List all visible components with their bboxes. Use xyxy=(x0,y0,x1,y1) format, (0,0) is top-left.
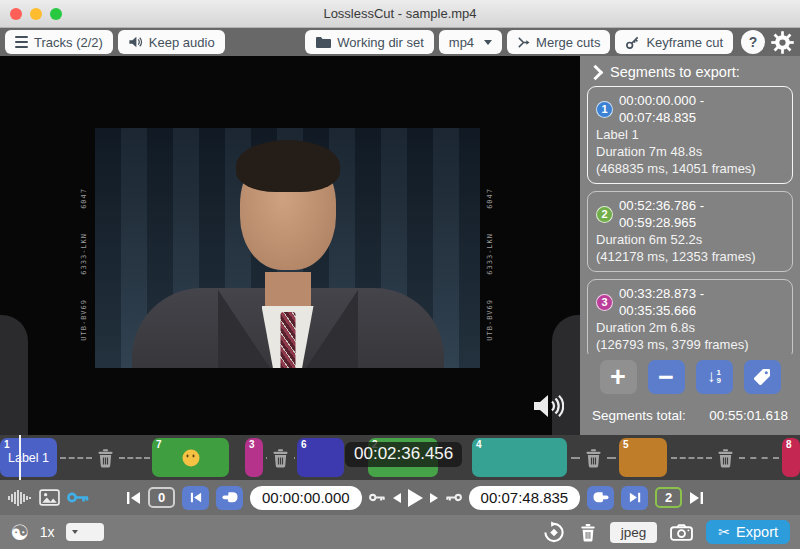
label-segment-button[interactable] xyxy=(744,360,781,394)
speaker-icon xyxy=(128,35,143,49)
suit-lapel xyxy=(306,290,358,368)
segment-times-row: 200:52:36.786 - 00:59:28.965 xyxy=(596,197,784,231)
film-mark-text: 6333-LKN xyxy=(486,233,494,275)
key-right-icon[interactable] xyxy=(445,492,462,503)
cut-end-time-field[interactable]: 00:07:48.835 xyxy=(469,486,581,510)
play-icon[interactable] xyxy=(408,489,423,507)
current-time-overlay: 00:02:36.456 xyxy=(345,442,462,467)
help-button[interactable]: ? xyxy=(741,30,765,54)
folder-icon xyxy=(315,36,331,49)
key-left-icon[interactable] xyxy=(369,492,386,503)
settings-gear-icon[interactable] xyxy=(770,30,795,55)
rotate-icon[interactable] xyxy=(542,521,566,544)
video-player[interactable]: 60476333-LKNUTB-BV69 60476333-LKNUTB-BV6… xyxy=(0,56,580,435)
speaker-tie xyxy=(280,312,295,368)
speed-dropdown[interactable] xyxy=(66,523,104,541)
tracks-icon xyxy=(15,36,28,48)
trash-icon[interactable] xyxy=(584,448,603,468)
main-area: 60476333-LKNUTB-BV69 60476333-LKNUTB-BV6… xyxy=(0,56,800,435)
set-cut-start-button[interactable] xyxy=(216,486,243,510)
timeline-segment[interactable]: 6 xyxy=(297,438,344,477)
segments-panel-header[interactable]: Segments to export: xyxy=(580,63,800,86)
segment-card[interactable]: 100:00:00.000 - 00:07:48.835Label 1Durat… xyxy=(587,86,793,184)
window-title: LosslessCut - sample.mp4 xyxy=(323,6,476,21)
camera-icon[interactable] xyxy=(670,524,693,541)
sort-segments-button[interactable]: ↓19 xyxy=(696,360,733,394)
timeline-gap xyxy=(671,435,779,480)
sort-numeric-icon: ↓19 xyxy=(707,367,721,387)
timeline-segment-number: 5 xyxy=(623,439,629,450)
timeline-segment[interactable]: 5 xyxy=(619,438,667,477)
remove-segment-button[interactable]: − xyxy=(648,360,685,394)
segment-number-badge: 2 xyxy=(596,206,613,223)
merge-cuts-button[interactable]: Merge cuts xyxy=(507,30,610,54)
working-dir-button[interactable]: Working dir set xyxy=(305,30,433,54)
keyframe-cut-button[interactable]: Keyframe cut xyxy=(615,30,733,54)
segments-total-value: 00:55:01.618 xyxy=(709,408,788,423)
cut-start-time-field[interactable]: 00:00:00.000 xyxy=(250,486,362,510)
set-cut-end-button[interactable] xyxy=(587,486,614,510)
timeline-gap xyxy=(571,435,616,480)
trash-icon[interactable] xyxy=(716,448,735,468)
thumbnails-icon[interactable] xyxy=(39,489,60,506)
segment-duration: Duration 7m 48.8s xyxy=(596,143,784,160)
timeline-segment[interactable]: 8 xyxy=(782,438,800,477)
minimize-window-button[interactable] xyxy=(30,8,42,20)
hand-point-left-icon xyxy=(222,491,238,504)
trash-icon[interactable] xyxy=(271,448,290,468)
zoom-window-button[interactable] xyxy=(50,8,62,20)
export-button[interactable]: ✂ Export xyxy=(706,520,790,544)
export-label: Export xyxy=(736,524,778,540)
trash-icon[interactable] xyxy=(96,448,115,468)
step-forward-icon[interactable] xyxy=(430,493,438,503)
playback-mode-icon[interactable]: ☯ xyxy=(10,522,29,543)
timeline-segment[interactable]: 4 xyxy=(472,438,567,477)
current-segment-box[interactable]: 2 xyxy=(655,487,682,508)
gap-dashes xyxy=(739,457,780,459)
scissors-icon: ✂ xyxy=(718,524,730,540)
tracks-button[interactable]: Tracks (2/2) xyxy=(5,30,113,54)
skip-forward-icon xyxy=(629,492,641,503)
segments-header-label: Segments to export: xyxy=(610,64,740,80)
film-mark-text: 6333-LKN xyxy=(80,233,88,275)
add-segment-button[interactable]: + xyxy=(600,360,637,394)
waveform-icon[interactable] xyxy=(8,489,32,507)
suit-lapel xyxy=(218,290,270,368)
timeline-segment-number: 1 xyxy=(4,439,10,450)
jump-end-icon[interactable] xyxy=(689,491,704,505)
output-format-dropdown[interactable]: mp4 xyxy=(439,30,502,54)
title-bar: LosslessCut - sample.mp4 xyxy=(0,0,800,28)
timeline-segment[interactable]: 3 xyxy=(245,438,263,477)
jump-prev-segment-button[interactable] xyxy=(182,486,209,510)
jump-next-segment-button[interactable] xyxy=(621,486,648,510)
hand-point-right-icon xyxy=(593,491,609,504)
timeline[interactable]: 00:02:36.456 1Label 17362458 xyxy=(0,435,800,480)
segment-card[interactable]: 300:33:28.873 - 00:35:35.666Duration 2m … xyxy=(587,279,793,354)
step-back-icon[interactable] xyxy=(393,493,401,503)
gap-dashes xyxy=(671,457,712,459)
timeline-segment-number: 7 xyxy=(156,439,162,450)
zero-index-box[interactable]: 0 xyxy=(148,487,175,508)
timeline-segment[interactable]: 7 xyxy=(152,438,229,477)
segment-times-row: 100:00:00.000 - 00:07:48.835 xyxy=(596,92,784,126)
timeline-gap xyxy=(266,435,295,480)
film-mark-text: UTB-BV69 xyxy=(80,299,88,341)
timeline-segment[interactable]: 1Label 1 xyxy=(0,438,57,477)
keyframes-toggle-icon[interactable] xyxy=(67,490,90,505)
jump-start-icon[interactable] xyxy=(126,491,141,505)
speaker-hair xyxy=(236,140,340,192)
working-dir-label: Working dir set xyxy=(337,35,423,50)
segment-list[interactable]: 100:00:00.000 - 00:07:48.835Label 1Durat… xyxy=(580,86,800,354)
snapshot-format-button[interactable]: jpeg xyxy=(610,522,658,543)
trash-icon[interactable] xyxy=(579,523,597,542)
gap-dashes xyxy=(294,457,295,459)
timeline-playhead[interactable] xyxy=(19,435,21,480)
video-frame xyxy=(95,128,480,368)
chevron-right-icon xyxy=(588,64,604,80)
volume-icon[interactable] xyxy=(532,393,564,419)
close-window-button[interactable] xyxy=(10,8,22,20)
keep-audio-button[interactable]: Keep audio xyxy=(118,30,225,54)
segment-card[interactable]: 200:52:36.786 - 00:59:28.965Duration 6m … xyxy=(587,191,793,272)
gap-dashes xyxy=(607,457,616,459)
segment-label: Label 1 xyxy=(596,126,784,143)
